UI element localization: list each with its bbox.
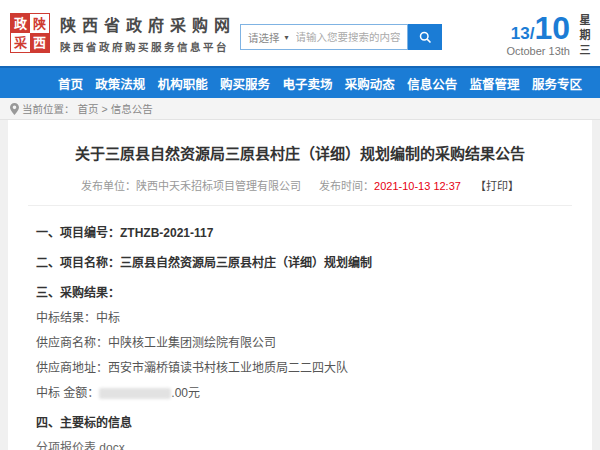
nav-item-service-zone[interactable]: 服务专区 [532, 74, 582, 93]
nav-item-e-market[interactable]: 电子卖场 [282, 74, 332, 93]
logo-char: 陕 [30, 14, 49, 33]
chevron-down-icon: ▾ [285, 33, 289, 42]
nav-item-announcements[interactable]: 信息公告 [407, 74, 457, 93]
date-day-en: 13th [549, 45, 570, 57]
supplier-name-line: 供应商名称：中陕核工业集团测绘院有限公司 [36, 333, 564, 350]
page-title: 关于三原县自然资源局三原县村庄（详细）规划编制的采购结果公告 [28, 120, 572, 163]
date-weekday: 星期三 [576, 14, 592, 59]
bid-amount-label: 中标 金额： [36, 386, 99, 400]
bid-amount-suffix: .00元 [171, 386, 200, 400]
bid-result-line: 中标结果：中标 [36, 308, 564, 325]
breadcrumb-prefix: 当前位置： [22, 101, 75, 116]
breadcrumb-home[interactable]: 首页 [78, 101, 99, 116]
date-day: 13 [511, 24, 530, 43]
breadcrumb-current[interactable]: 信息公告 [111, 101, 153, 116]
search-input[interactable] [296, 31, 407, 43]
section-project-name: 二、项目名称：三原县自然资源局三原县村庄（详细）规划编制 [36, 253, 564, 270]
site-subtitle: 陕西省政府购买服务信息平台 [60, 39, 236, 54]
bid-amount-line: 中标 金额：.00元 [36, 383, 564, 400]
search-select-label: 请选择 [248, 30, 280, 45]
publish-time-label: 发布时间： [319, 180, 374, 192]
site-header: 政 陕 采 西 陕西省政府采购网 陕西省政府购买服务信息平台 请选择 ▾ 13/… [0, 0, 600, 66]
site-logo: 政 陕 采 西 [10, 13, 50, 53]
nav-item-purchase-services[interactable]: 购买服务 [220, 74, 270, 93]
date-english: October 13th [506, 45, 570, 57]
nav-item-functions[interactable]: 机构职能 [158, 74, 208, 93]
section-procurement-result: 三、采购结果： [36, 283, 564, 300]
section-subject-info: 四、主要标的信息 [36, 413, 564, 430]
supplier-address-line: 供应商地址：西安市灞桥镇读书村核工业地质局二二四大队 [36, 358, 564, 375]
article-meta: 发布单位：陕西中天禾招标项目管理有限公司发布时间：2021-10-13 12:3… [28, 177, 572, 206]
location-pin-icon [10, 103, 19, 115]
search-box: 请选择 ▾ [240, 24, 408, 50]
date-month-en: October [506, 45, 545, 57]
section-project-number: 一、项目编号：ZTHZB-2021-117 [36, 223, 564, 240]
search-category-select[interactable]: 请选择 ▾ [241, 30, 296, 45]
attachment-link[interactable]: 分项报价表.docx [36, 438, 564, 450]
nav-item-home[interactable]: 首页 [58, 74, 83, 93]
site-name: 陕西省政府采购网 [60, 12, 236, 36]
print-button[interactable]: 【打印】 [475, 180, 519, 192]
redacted-amount [99, 388, 171, 399]
date-month: 10 [534, 10, 570, 46]
main-nav: 首页 政策法规 机构职能 购买服务 电子卖场 采购动态 信息公告 监督管理 服务… [0, 66, 600, 98]
publisher-value: 陕西中天禾招标项目管理有限公司 [136, 180, 301, 192]
logo-char: 西 [30, 33, 49, 52]
article-body: 一、项目编号：ZTHZB-2021-117 二、项目名称：三原县自然资源局三原县… [28, 206, 572, 450]
logo-char: 采 [11, 33, 30, 52]
publish-time-value: 2021-10-13 12:37 [374, 180, 461, 192]
search-button[interactable] [408, 24, 442, 50]
site-titles: 陕西省政府采购网 陕西省政府购买服务信息平台 [60, 12, 236, 54]
nav-item-supervision[interactable]: 监督管理 [470, 74, 520, 93]
article-content: 关于三原县自然资源局三原县村庄（详细）规划编制的采购结果公告 发布单位：陕西中天… [8, 120, 592, 450]
breadcrumb-separator: > [102, 103, 108, 115]
search-bar: 请选择 ▾ [240, 24, 442, 50]
breadcrumb: 当前位置： 首页 > 信息公告 [0, 98, 600, 120]
date-numeric: 13/10 [506, 12, 570, 44]
date-widget: 13/10 October 13th [506, 12, 570, 57]
nav-item-procurement-news[interactable]: 采购动态 [345, 74, 395, 93]
publisher-label: 发布单位： [81, 180, 136, 192]
search-icon [418, 30, 433, 45]
nav-item-policies[interactable]: 政策法规 [95, 74, 145, 93]
logo-char: 政 [11, 14, 30, 33]
